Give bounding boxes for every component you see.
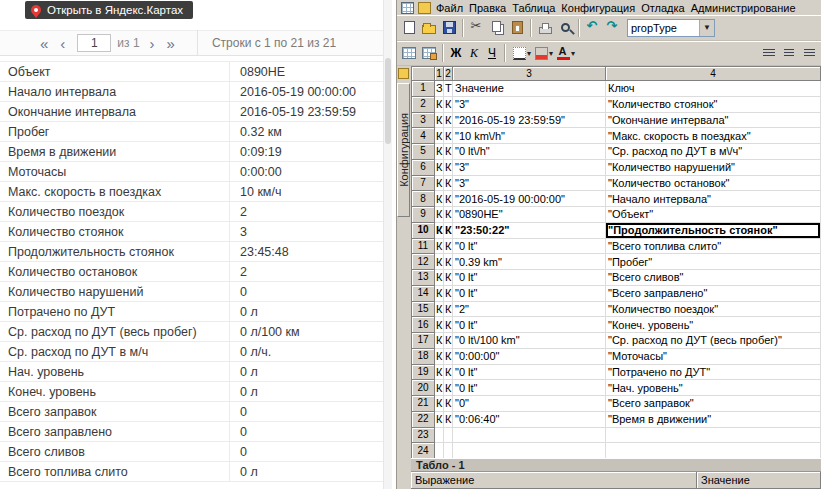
grid-cell[interactable]: "Время в движении" — [606, 412, 821, 428]
grid-cell[interactable] — [444, 428, 453, 444]
borders-button[interactable] — [509, 43, 529, 63]
bold-button[interactable]: Ж — [447, 43, 465, 63]
grid-cell[interactable]: "0890HE" — [453, 207, 606, 223]
grid-cell[interactable] — [453, 428, 606, 444]
grid-row[interactable]: 12КК"0.39 km""Пробег" — [412, 254, 821, 270]
grid-cell[interactable]: К — [444, 396, 453, 412]
grid-cell[interactable]: "Всего топлива слито" — [606, 239, 821, 255]
new-document-button[interactable] — [399, 18, 419, 38]
grid-cell[interactable]: "Всего заправок" — [606, 396, 821, 412]
column-header[interactable]: 4 — [606, 67, 821, 81]
grid-cell[interactable]: К — [444, 97, 453, 113]
grid-cell[interactable]: "Начало интервала" — [606, 191, 821, 207]
grid-cell[interactable]: К — [435, 191, 444, 207]
grid-row[interactable]: 21КК"0""Всего заправок" — [412, 396, 821, 412]
table-grid-button[interactable] — [399, 43, 419, 63]
grid-cell[interactable] — [453, 443, 606, 458]
grid-cell[interactable]: "2016-05-19 00:00:00" — [453, 191, 606, 207]
grid-cell[interactable]: "0.39 km" — [453, 254, 606, 270]
next-page-button[interactable]: › — [144, 36, 161, 51]
align-right-button[interactable] — [799, 43, 819, 63]
grid-cell[interactable]: К — [435, 396, 444, 412]
paste-button[interactable] — [507, 18, 527, 38]
grid-cell[interactable]: "Количество стоянок" — [606, 97, 821, 113]
report-row[interactable]: Нач. уровень0 л — [0, 362, 383, 382]
grid-cell[interactable]: "Количество остановок" — [606, 176, 821, 192]
grid-row[interactable]: 3КК"2016-05-19 23:59:59""Окончание интер… — [412, 113, 821, 129]
grid-cell[interactable]: К — [435, 412, 444, 428]
grid-cell[interactable]: "2016-05-19 23:59:59" — [453, 113, 606, 129]
grid-cell[interactable]: К — [444, 349, 453, 365]
tab-configuration[interactable]: Конфигурация — [397, 83, 410, 217]
grid-cell[interactable]: К — [435, 223, 444, 239]
grid-cell[interactable]: К — [435, 333, 444, 349]
underline-button[interactable]: Ч — [483, 43, 501, 63]
menu-item[interactable]: Таблица — [509, 2, 558, 14]
align-center-button[interactable] — [779, 43, 799, 63]
report-row[interactable]: Всего топлива слито0 л — [0, 462, 383, 482]
row-number[interactable]: 15 — [412, 302, 435, 318]
row-number[interactable]: 24 — [412, 443, 435, 458]
row-number[interactable]: 20 — [412, 380, 435, 396]
last-page-button[interactable]: » — [161, 36, 181, 51]
row-number[interactable]: 7 — [412, 176, 435, 192]
grid-cell[interactable]: "Моточасы" — [606, 349, 821, 365]
grid-cell[interactable]: К — [435, 128, 444, 144]
menu-item[interactable]: Конфигурация — [558, 2, 638, 14]
grid-cell[interactable]: К — [444, 144, 453, 160]
grid-row[interactable]: 10КК"23:50:22""Продолжительность стоянок… — [412, 223, 821, 239]
grid-cell[interactable]: К — [435, 176, 444, 192]
grid-cell[interactable]: К — [444, 270, 453, 286]
grid-row[interactable]: 7КК"3""Количество остановок" — [412, 176, 821, 192]
row-number[interactable]: 13 — [412, 270, 435, 286]
property-type-combobox[interactable]: propType ▼ — [627, 19, 715, 37]
grid-cell[interactable]: "10 km\/h" — [453, 128, 606, 144]
report-row[interactable]: Продолжительность стоянок23:45:48 — [0, 242, 383, 262]
grid-cell[interactable]: "Объект" — [606, 207, 821, 223]
grid-cell[interactable]: "Конеч. уровень" — [606, 317, 821, 333]
report-row[interactable]: Макс. скорость в поездках10 км/ч — [0, 182, 383, 202]
grid-cell[interactable]: К — [435, 270, 444, 286]
grid-cell[interactable]: "Нач. уровень" — [606, 380, 821, 396]
grid-cell[interactable]: "Потрачено по ДУТ" — [606, 365, 821, 381]
chevron-down-icon[interactable]: ▾ — [571, 49, 575, 58]
grid-row[interactable]: 22КК"0:06:40""Время в движении" — [412, 412, 821, 428]
grid-cell[interactable]: "Всего сливов" — [606, 270, 821, 286]
row-number[interactable]: 11 — [412, 239, 435, 255]
row-number[interactable]: 6 — [412, 160, 435, 176]
first-page-button[interactable]: « — [34, 36, 54, 51]
report-row[interactable]: Моточасы0:00:00 — [0, 162, 383, 182]
row-number[interactable]: 1 — [412, 81, 435, 97]
grid-cell[interactable] — [606, 443, 821, 458]
cut-button[interactable] — [467, 18, 487, 38]
grid-row[interactable]: 13КК"0 lt""Всего сливов" — [412, 270, 821, 286]
grid-cell[interactable]: К — [435, 239, 444, 255]
align-left-button[interactable] — [759, 43, 779, 63]
grid-cell[interactable]: "3" — [453, 97, 606, 113]
open-folder-button[interactable] — [419, 18, 439, 38]
grid-cell[interactable]: З — [435, 81, 444, 97]
row-number[interactable]: 22 — [412, 412, 435, 428]
grid-cell[interactable] — [444, 443, 453, 458]
menu-item[interactable]: Файл — [433, 2, 466, 14]
menu-item[interactable]: Отладка — [638, 2, 687, 14]
grid-cell[interactable]: К — [435, 317, 444, 333]
grid-cell[interactable]: К — [444, 333, 453, 349]
column-header[interactable]: 2 — [444, 67, 453, 81]
grid-row[interactable]: 5КК"0 lt\/h""Ср. расход по ДУТ в м\/ч" — [412, 144, 821, 160]
report-row[interactable]: Время в движении0:09:19 — [0, 142, 383, 162]
grid-row[interactable]: 14КК"0 lt""Всего заправлено" — [412, 286, 821, 302]
grid-cell[interactable]: К — [435, 207, 444, 223]
grid-row[interactable]: 20КК"0 lt""Нач. уровень" — [412, 380, 821, 396]
scrollbar-thumb[interactable] — [385, 58, 391, 144]
grid-cell[interactable]: Т — [444, 81, 453, 97]
report-row[interactable]: Всего сливов0 — [0, 442, 383, 462]
grid-cell[interactable]: К — [435, 380, 444, 396]
row-number[interactable]: 16 — [412, 317, 435, 333]
grid-cell[interactable]: К — [444, 207, 453, 223]
grid-row[interactable]: 8КК"2016-05-19 00:00:00""Начало интервал… — [412, 191, 821, 207]
grid-cell[interactable]: К — [444, 176, 453, 192]
grid-cell[interactable]: К — [444, 365, 453, 381]
font-color-button[interactable] — [553, 43, 573, 63]
grid-cell[interactable]: "0 lt" — [453, 380, 606, 396]
